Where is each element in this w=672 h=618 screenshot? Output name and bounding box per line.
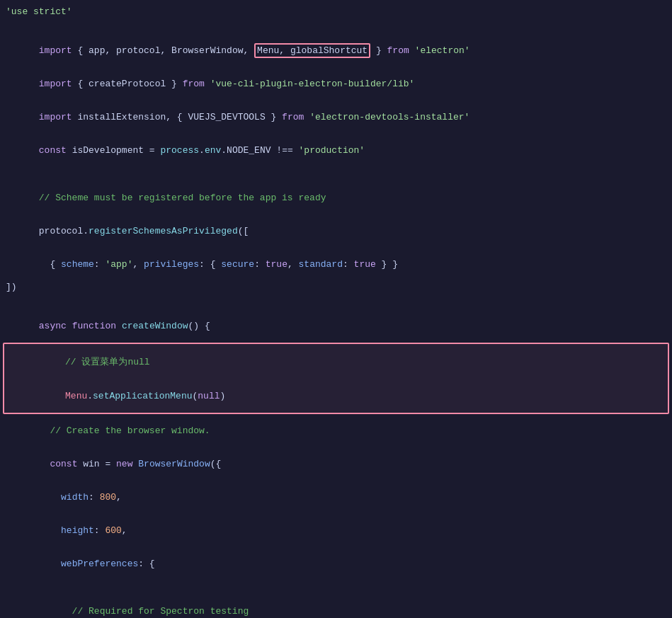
line-content: async function createWindow() { bbox=[0, 310, 672, 342]
code-container: 'use strict' import { app, protocol, Bro… bbox=[0, 0, 672, 618]
comment-line: // Required for Spectron testing bbox=[0, 595, 672, 618]
comment-zh-line: // 设置菜单为null bbox=[4, 344, 668, 379]
line-content: import { createProtocol } from 'vue-cli-… bbox=[0, 68, 672, 100]
code-line: width: 800, bbox=[0, 481, 672, 514]
line-content: // Required for Spectron testing bbox=[0, 595, 672, 618]
line-content: { scheme: 'app', privileges: { secure: t… bbox=[0, 248, 672, 280]
keyword: import bbox=[39, 45, 72, 56]
line-content bbox=[0, 21, 672, 31]
code-line: webPreferences: { bbox=[0, 547, 672, 580]
line-content: 'use strict' bbox=[0, 6, 672, 17]
line-content: ]) bbox=[0, 282, 672, 292]
menu-line: Menu.setApplicationMenu(null) bbox=[4, 379, 668, 413]
func-def-line: async function createWindow() { bbox=[0, 309, 672, 343]
line-content: width: 800, bbox=[0, 481, 672, 513]
line-content: // 设置菜单为null bbox=[4, 345, 668, 379]
highlight-region-1: // 设置菜单为null Menu.setApplicationMenu(nul… bbox=[3, 343, 669, 414]
const-line: const isDevelopment = process.env.NODE_E… bbox=[0, 134, 672, 167]
import-line-1: import { app, protocol, BrowserWindow, M… bbox=[0, 34, 672, 67]
line-content: Menu.setApplicationMenu(null) bbox=[4, 380, 668, 412]
code-line: const win = new BrowserWindow({ bbox=[0, 447, 672, 481]
line-content: height: 600, bbox=[0, 515, 672, 547]
code-line bbox=[0, 20, 672, 34]
code-line: 'use strict' bbox=[0, 6, 672, 20]
line-content: webPreferences: { bbox=[0, 548, 672, 580]
line-content: const win = new BrowserWindow({ bbox=[0, 448, 672, 480]
line-content: import { app, protocol, BrowserWindow, M… bbox=[0, 35, 672, 67]
line-content: const isDevelopment = process.env.NODE_E… bbox=[0, 135, 672, 166]
code-line bbox=[0, 167, 672, 181]
import-line-3: import installExtension, { VUEJS_DEVTOOL… bbox=[0, 101, 672, 134]
code-line: { scheme: 'app', privileges: { secure: t… bbox=[0, 248, 672, 281]
code-line: ]) bbox=[0, 281, 672, 295]
line-content: // Scheme must be registered before the … bbox=[0, 182, 672, 214]
code-line bbox=[0, 580, 672, 595]
code-line bbox=[0, 295, 672, 309]
line-content: // Create the browser window. bbox=[0, 415, 672, 447]
import-line-2: import { createProtocol } from 'vue-cli-… bbox=[0, 67, 672, 101]
line-content: protocol.registerSchemesAsPrivileged([ bbox=[0, 215, 672, 247]
code-line: height: 600, bbox=[0, 514, 672, 547]
comment-line: // Create the browser window. bbox=[0, 414, 672, 447]
comment-line: // Scheme must be registered before the … bbox=[0, 181, 672, 214]
code-line: protocol.registerSchemesAsPrivileged([ bbox=[0, 214, 672, 248]
line-content: import installExtension, { VUEJS_DEVTOOL… bbox=[0, 101, 672, 133]
string-token: 'use strict' bbox=[6, 6, 72, 17]
